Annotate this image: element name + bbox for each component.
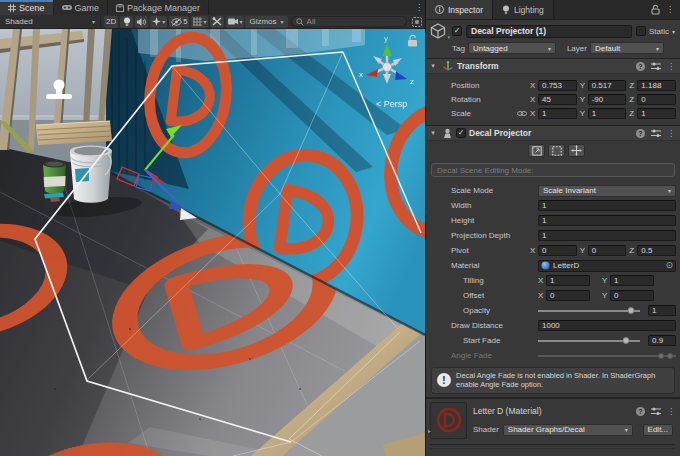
presets-icon[interactable] — [651, 129, 661, 138]
tag-dropdown[interactable]: Untagged▾ — [468, 42, 556, 54]
width-field[interactable]: 1 — [538, 200, 676, 211]
rotation-y-field[interactable]: -90 — [588, 94, 627, 105]
material-menu-icon[interactable]: ⋮ — [667, 407, 675, 416]
transform-header[interactable]: ▼ Transform ? ⋮ — [426, 58, 680, 74]
search-picker-button[interactable] — [410, 16, 423, 28]
decal-projector-header[interactable]: ▼ ✓ Decal Projector ? ⋮ — [426, 125, 680, 141]
warning-icon: ! — [437, 373, 451, 387]
inspector-icon — [435, 5, 444, 14]
draw-distance-label: Draw Distance — [451, 321, 530, 330]
lock-icon[interactable] — [651, 4, 660, 15]
height-label: Height — [451, 216, 530, 225]
width-row: Width 1 — [426, 198, 680, 213]
scale-y-field[interactable]: 1 — [588, 108, 627, 119]
tab-lighting[interactable]: Lighting — [493, 0, 554, 19]
foldout-icon[interactable]: ▼ — [430, 130, 439, 136]
gameobject-enabled-checkbox[interactable]: ✓ — [452, 26, 462, 36]
rotation-z-field[interactable]: 0 — [637, 94, 676, 105]
scene-audio-toggle[interactable] — [135, 16, 148, 28]
gamepad-icon — [62, 4, 72, 11]
start-fade-slider[interactable] — [538, 335, 640, 346]
scale-mode-dropdown[interactable]: Scale Invariant▾ — [538, 185, 676, 197]
presets-icon[interactable] — [651, 62, 661, 71]
offset-x-field[interactable]: 0 — [546, 290, 590, 301]
projection-depth-field[interactable]: 1 — [538, 230, 676, 241]
help-icon[interactable]: ? — [636, 407, 645, 416]
layer-dropdown[interactable]: Default▾ — [590, 42, 664, 54]
static-label: Static — [649, 27, 669, 36]
scene-tools-button[interactable] — [210, 16, 224, 28]
transform-title: Transform — [457, 61, 499, 71]
edit-scale-mode-button[interactable] — [528, 144, 545, 157]
tab-scene[interactable]: Scene — [0, 0, 54, 15]
offset-y-field[interactable]: 0 — [610, 290, 654, 301]
grid-icon — [193, 17, 202, 26]
pivot-x-field[interactable]: 0 — [538, 245, 577, 256]
scene-tab-menu-icon[interactable]: ⋮ — [413, 0, 425, 15]
material-object-field[interactable]: LetterD ⊙ — [538, 260, 676, 272]
edit-pivot-mode-button[interactable] — [568, 144, 585, 157]
search-value: All — [307, 17, 402, 26]
tiling-label: Tilling — [451, 276, 530, 285]
scene-camera-dropdown[interactable]: ▾ — [226, 16, 244, 28]
scene-grid-dropdown[interactable]: ▾ — [191, 16, 208, 28]
component-menu-icon[interactable]: ⋮ — [667, 62, 675, 71]
foldout-icon[interactable]: ▼ — [430, 63, 439, 69]
tab-lighting-label: Lighting — [514, 5, 544, 15]
constrain-proportions-icon[interactable] — [516, 109, 528, 118]
rotation-x-field[interactable]: 45 — [538, 94, 577, 105]
tab-inspector[interactable]: Inspector — [426, 0, 493, 19]
chevron-down-icon: ▾ — [447, 34, 450, 40]
position-x-field[interactable]: 0.753 — [538, 80, 577, 91]
opacity-row: Opacity 1 — [426, 303, 680, 318]
component-enabled-checkbox[interactable]: ✓ — [456, 128, 466, 138]
opacity-field[interactable]: 1 — [648, 305, 676, 316]
draw-distance-field[interactable]: 1000 — [538, 320, 676, 331]
tiling-y-field[interactable]: 1 — [610, 275, 654, 286]
presets-icon[interactable] — [651, 407, 661, 416]
tab-package-manager[interactable]: Package Manager — [108, 0, 209, 15]
scene-viewport[interactable]: y x z < Persp — [0, 29, 425, 456]
gameobject-icon[interactable]: ▾ — [430, 23, 448, 39]
help-icon[interactable]: ? — [636, 62, 645, 71]
scene-lighting-toggle[interactable] — [120, 16, 133, 28]
scene-effects-dropdown[interactable]: ▾ — [150, 16, 167, 28]
scale-x-field[interactable]: 1 — [538, 108, 577, 119]
static-flags-caret[interactable]: ▾ — [672, 28, 675, 35]
edit-crop-mode-button[interactable] — [548, 144, 565, 157]
tab-game[interactable]: Game — [54, 0, 109, 15]
help-icon[interactable]: ? — [636, 129, 645, 138]
shading-mode-dropdown[interactable]: Shaded▾ — [2, 16, 98, 28]
position-y-field[interactable]: 0.517 — [588, 80, 627, 91]
width-label: Width — [451, 201, 530, 210]
height-field[interactable]: 1 — [538, 215, 676, 226]
shader-edit-button[interactable]: Edit... — [643, 424, 673, 436]
gizmos-dropdown[interactable]: Gizmos▾ — [245, 16, 287, 28]
decal-projector-component: ▼ ✓ Decal Projector ? ⋮ — [426, 125, 680, 394]
scene-search-field[interactable]: All — [291, 16, 407, 27]
tiling-x-field[interactable]: 1 — [546, 275, 590, 286]
scale-z-field[interactable]: 1 — [637, 108, 676, 119]
tab-inspector-label: Inspector — [448, 5, 483, 15]
toggle-2d-button[interactable]: 2D — [104, 16, 118, 28]
search-icon — [296, 18, 304, 26]
lightbulb-icon — [502, 5, 510, 15]
opacity-slider[interactable] — [538, 305, 640, 316]
scene-visibility-toggle[interactable]: 5 — [169, 16, 189, 28]
position-z-field[interactable]: 1.188 — [637, 80, 676, 91]
shader-dropdown[interactable]: Shader Graphs/Decal▾ — [503, 424, 633, 436]
tiling-row: Tilling X1 Y1 — [426, 273, 680, 288]
gameobject-name-field[interactable]: Decal Projector (1) — [466, 25, 632, 38]
static-checkbox[interactable]: ✓ — [636, 26, 646, 36]
pivot-y-field[interactable]: 0 — [588, 245, 627, 256]
inspector-panel: Inspector Lighting ⋮ ▾ ✓ Decal Projector… — [425, 0, 680, 456]
object-picker-icon[interactable]: ⊙ — [665, 261, 673, 270]
perspective-toggle[interactable]: < Persp — [376, 99, 407, 109]
component-menu-icon[interactable]: ⋮ — [667, 129, 675, 138]
inspector-menu-icon[interactable]: ⋮ — [666, 5, 674, 14]
material-foldout-icon[interactable]: ▸ — [428, 427, 431, 434]
speaker-icon — [137, 18, 146, 26]
pivot-z-field[interactable]: 0.5 — [637, 245, 676, 256]
rotation-label: Rotation — [451, 95, 530, 104]
start-fade-field[interactable]: 0.9 — [648, 335, 676, 346]
